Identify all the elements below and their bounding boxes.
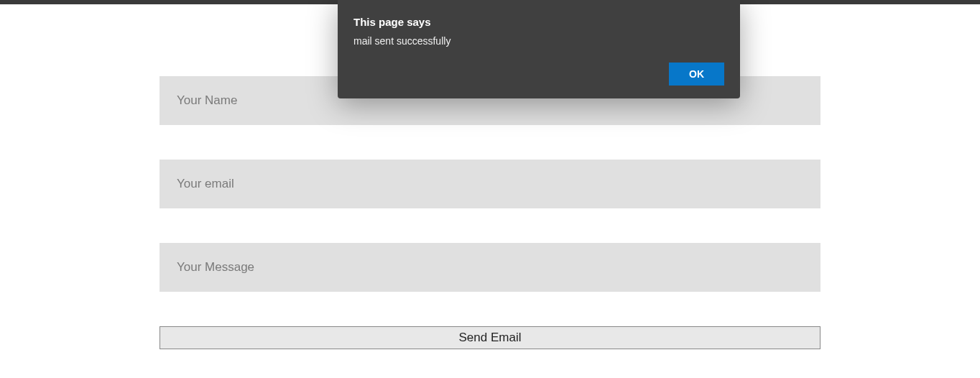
contact-form: Send Email [160, 76, 820, 349]
message-input[interactable] [160, 243, 820, 292]
send-email-button[interactable]: Send Email [160, 326, 820, 349]
dialog-message: mail sent successfully [353, 35, 724, 47]
dialog-actions: OK [353, 63, 724, 86]
ok-button[interactable]: OK [669, 63, 724, 86]
email-input[interactable] [160, 160, 820, 208]
dialog-title: This page says [353, 16, 724, 28]
alert-dialog: This page says mail sent successfully OK [338, 0, 740, 98]
